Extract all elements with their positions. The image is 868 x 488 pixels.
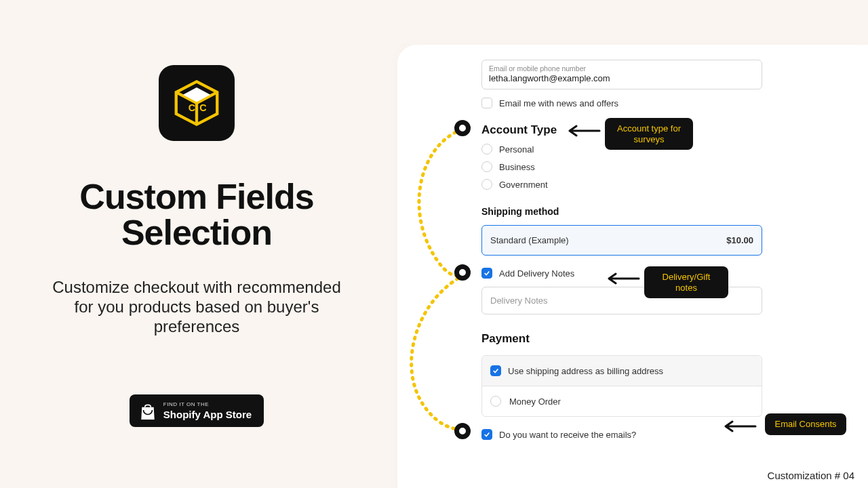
billing-label: Use shipping address as billing address: [508, 366, 663, 376]
arrow-left-icon: [608, 271, 640, 289]
receive-emails-label: Do you want to receive the emails?: [499, 430, 636, 440]
email-value: letha.langworth@example.com: [489, 73, 755, 83]
radio-icon: [481, 161, 492, 172]
email-me-checkbox-row[interactable]: Email me with news and offers: [481, 98, 762, 108]
cube-logo-icon: C C: [172, 79, 221, 127]
radio-icon: [481, 179, 492, 190]
payment-heading: Payment: [481, 332, 762, 346]
svg-text:C: C: [189, 102, 195, 113]
radio-label: Government: [499, 180, 548, 190]
title-line-2: Selection: [121, 213, 272, 252]
arrow-left-icon: [724, 419, 757, 436]
badge-line-1: FIND IT ON THE: [163, 402, 252, 407]
radio-label: Business: [499, 162, 535, 172]
radio-label: Personal: [499, 144, 534, 155]
shopify-bag-icon: [139, 401, 157, 420]
marker-email-consents: [454, 423, 471, 439]
checkbox-checked-icon: [481, 429, 492, 440]
shipping-option-label: Standard (Example): [490, 235, 569, 245]
callout-account-type: Account type for surveys: [605, 118, 693, 150]
radio-icon: [490, 396, 501, 407]
account-type-business[interactable]: Business: [481, 161, 762, 172]
email-field[interactable]: Email or mobile phone number letha.langw…: [481, 60, 762, 89]
shipping-heading: Shipping method: [481, 206, 762, 217]
callout-email-consents: Email Consents: [765, 413, 846, 435]
page-title: Custom Fields Selection: [79, 179, 313, 251]
callout-delivery-notes: Delivery/Gift notes: [644, 266, 728, 298]
title-line-1: Custom Fields: [79, 177, 313, 216]
shipping-price: $10.00: [726, 235, 753, 245]
marker-delivery-notes: [454, 264, 471, 281]
money-order-label: Money Order: [509, 396, 561, 407]
shopify-app-store-badge[interactable]: FIND IT ON THE Shopify App Store: [130, 394, 264, 427]
marker-account-type: [454, 120, 471, 136]
add-delivery-notes-label: Add Delivery Notes: [499, 268, 574, 279]
shipping-option-standard[interactable]: Standard (Example) $10.00: [481, 225, 762, 256]
radio-icon: [481, 144, 492, 155]
account-type-government[interactable]: Government: [481, 179, 762, 190]
email-label: Email or mobile phone number: [489, 64, 755, 73]
checkbox-unchecked-icon: [481, 98, 492, 108]
billing-same-as-shipping[interactable]: Use shipping address as billing address: [482, 356, 762, 386]
page-subtitle: Customize checkout with recommended for …: [51, 278, 342, 336]
checkbox-checked-icon: [481, 268, 492, 279]
svg-text:C: C: [199, 102, 206, 113]
svg-marker-2: [183, 87, 210, 102]
arrow-left-icon: [568, 123, 601, 141]
payment-money-order[interactable]: Money Order: [482, 386, 762, 416]
email-me-label: Email me with news and offers: [499, 98, 618, 108]
receive-emails-checkbox[interactable]: Do you want to receive the emails?: [481, 429, 762, 440]
checkbox-checked-icon: [490, 365, 501, 376]
footer-tag: Customization # 04: [768, 470, 854, 481]
badge-line-2: Shopify App Store: [163, 409, 252, 420]
delivery-notes-placeholder: Delivery Notes: [490, 296, 548, 306]
app-icon: C C: [159, 65, 235, 141]
